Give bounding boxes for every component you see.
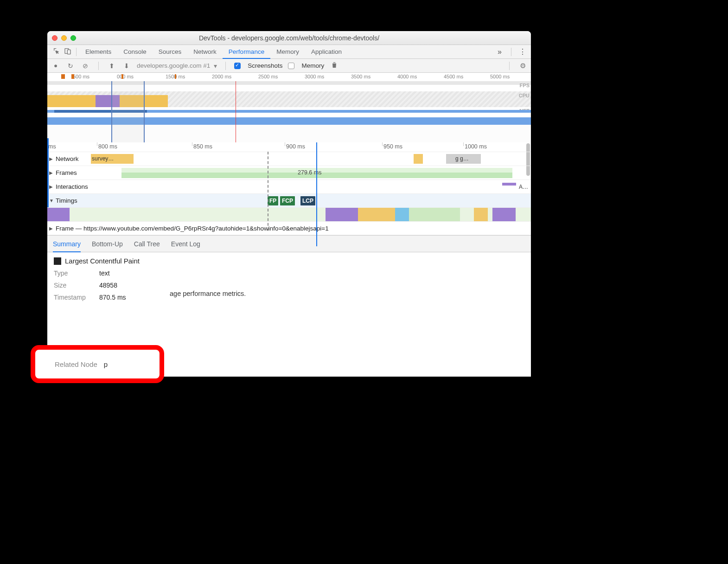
tab-console[interactable]: Console bbox=[117, 45, 153, 59]
svg-rect-1 bbox=[67, 50, 70, 54]
track-frames-label: Frames bbox=[56, 169, 77, 176]
flame-tick: 900 ms bbox=[286, 143, 305, 150]
related-node-value[interactable]: p bbox=[104, 360, 108, 368]
interaction-item: A… bbox=[519, 184, 528, 190]
overview-tick: 2500 ms bbox=[258, 74, 278, 79]
network-item: survey… bbox=[92, 155, 114, 162]
overview-timeline[interactable]: 500 ms 000 ms 1500 ms 2000 ms 2500 ms 30… bbox=[47, 73, 531, 142]
network-bar bbox=[414, 154, 423, 164]
save-profile-icon[interactable]: ⬇ bbox=[122, 62, 131, 70]
flame-blue-marker bbox=[316, 142, 317, 246]
annotation-related-node: Related Node p bbox=[31, 345, 164, 383]
overview-tick: 4500 ms bbox=[444, 74, 463, 79]
reload-icon[interactable]: ↻ bbox=[66, 62, 75, 70]
track-network-label: Network bbox=[56, 155, 79, 162]
gc-icon[interactable] bbox=[330, 61, 339, 70]
summary-desc: age performance metrics. bbox=[170, 290, 524, 297]
flame-tick: ms bbox=[48, 143, 56, 150]
flame-dashed-marker bbox=[268, 152, 268, 231]
flame-tick: 1000 ms bbox=[465, 143, 487, 150]
devtools-tabbar: Elements Console Sources Network Perform… bbox=[47, 45, 531, 59]
summary-title: Largest Contentful Paint bbox=[65, 257, 140, 265]
timing-lcp[interactable]: LCP bbox=[300, 196, 315, 205]
overview-tick: 500 ms bbox=[73, 74, 89, 79]
track-timings[interactable]: ▼ Timings FP FCP LCP bbox=[47, 193, 531, 207]
timing-fcp[interactable]: FCP bbox=[280, 196, 295, 205]
track-frame-label: Frame — https://www.youtube.com/embed/G_… bbox=[56, 225, 329, 232]
summary-panel: Largest Contentful Paint Typetext Size48… bbox=[47, 252, 531, 302]
tab-overflow[interactable]: » bbox=[491, 48, 508, 56]
tab-summary[interactable]: Summary bbox=[53, 236, 81, 252]
devtools-window: DevTools - developers.google.com/web/too… bbox=[47, 31, 531, 377]
summary-ts-key: Timestamp bbox=[54, 294, 95, 301]
tab-sources[interactable]: Sources bbox=[153, 45, 188, 59]
overview-fps-label: FPS bbox=[520, 83, 530, 88]
overview-tick: 000 ms bbox=[117, 74, 134, 79]
track-frames[interactable]: ▶ Frames 279.6 ms bbox=[47, 166, 531, 179]
screenshots-checkbox[interactable] bbox=[234, 63, 241, 69]
tab-application[interactable]: Application bbox=[305, 45, 348, 59]
tab-elements[interactable]: Elements bbox=[79, 45, 117, 59]
flame-tick: 950 ms bbox=[383, 143, 402, 150]
screenshots-label: Screenshots bbox=[248, 62, 282, 69]
record-icon[interactable]: ● bbox=[51, 62, 60, 69]
flame-chart[interactable]: ms 800 ms 850 ms 900 ms 950 ms 1000 ms ▶… bbox=[47, 142, 531, 236]
tab-network[interactable]: Network bbox=[187, 45, 223, 59]
summary-ts-value: 870.5 ms bbox=[99, 294, 126, 301]
kebab-menu-icon[interactable]: ⋮ bbox=[514, 47, 531, 56]
details-tabbar: Summary Bottom-Up Call Tree Event Log bbox=[47, 236, 531, 252]
track-main[interactable]: ▶ Main — https://developers.google.com/w… bbox=[47, 207, 531, 221]
summary-type-key: Type bbox=[54, 269, 95, 277]
settings-icon[interactable]: ⚙ bbox=[518, 62, 527, 70]
track-timings-label: Timings bbox=[56, 197, 77, 204]
frames-value: 279.6 ms bbox=[298, 169, 321, 176]
summary-swatch bbox=[54, 257, 61, 265]
overview-tick: 3500 ms bbox=[351, 74, 370, 79]
overview-playhead bbox=[236, 81, 236, 142]
recording-select[interactable]: developers.google.com #1 bbox=[137, 62, 217, 70]
related-node-key: Related Node bbox=[55, 360, 97, 368]
track-interactions-label: Interactions bbox=[56, 183, 88, 190]
inspect-icon[interactable] bbox=[51, 47, 62, 56]
track-network[interactable]: ▶ Network survey… g g… bbox=[47, 152, 531, 166]
overview-tick: 5000 ms bbox=[490, 74, 510, 79]
overview-cpu-label: CPU bbox=[519, 93, 530, 98]
summary-type-value: text bbox=[99, 269, 110, 277]
clear-icon[interactable]: ⊘ bbox=[81, 62, 90, 70]
network-bar bbox=[446, 154, 481, 164]
tab-memory[interactable]: Memory bbox=[270, 45, 305, 59]
flame-tick: 800 ms bbox=[98, 143, 117, 150]
summary-size-key: Size bbox=[54, 282, 95, 289]
overview-tick: 2000 ms bbox=[212, 74, 231, 79]
memory-label: Memory bbox=[301, 62, 324, 69]
window-title: DevTools - developers.google.com/web/too… bbox=[47, 34, 531, 42]
track-frame[interactable]: ▶ Frame — https://www.youtube.com/embed/… bbox=[47, 221, 531, 235]
tab-performance[interactable]: Performance bbox=[223, 45, 270, 59]
track-interactions[interactable]: ▶ Interactions A… bbox=[47, 179, 531, 193]
load-profile-icon[interactable]: ⬆ bbox=[107, 62, 116, 70]
device-toolbar-icon[interactable] bbox=[62, 47, 73, 56]
tab-calltree[interactable]: Call Tree bbox=[134, 236, 160, 252]
timing-fp[interactable]: FP bbox=[268, 196, 278, 205]
network-bar bbox=[91, 154, 134, 164]
overview-selection[interactable] bbox=[111, 81, 145, 142]
performance-toolbar: ● ↻ ⊘ ⬆ ⬇ developers.google.com #1 Scree… bbox=[47, 59, 531, 73]
overview-tick: 4000 ms bbox=[397, 74, 417, 79]
tab-eventlog[interactable]: Event Log bbox=[171, 236, 200, 252]
network-item: g g… bbox=[455, 155, 469, 162]
overview-tick: 3000 ms bbox=[305, 74, 324, 79]
flame-tick: 850 ms bbox=[193, 143, 212, 150]
window-titlebar: DevTools - developers.google.com/web/too… bbox=[47, 31, 531, 45]
summary-size-value: 48958 bbox=[99, 282, 117, 289]
memory-checkbox[interactable] bbox=[288, 63, 294, 69]
tab-bottomup[interactable]: Bottom-Up bbox=[92, 236, 123, 252]
track-main-label: Main — https://developers.google.com/web… bbox=[56, 211, 240, 218]
